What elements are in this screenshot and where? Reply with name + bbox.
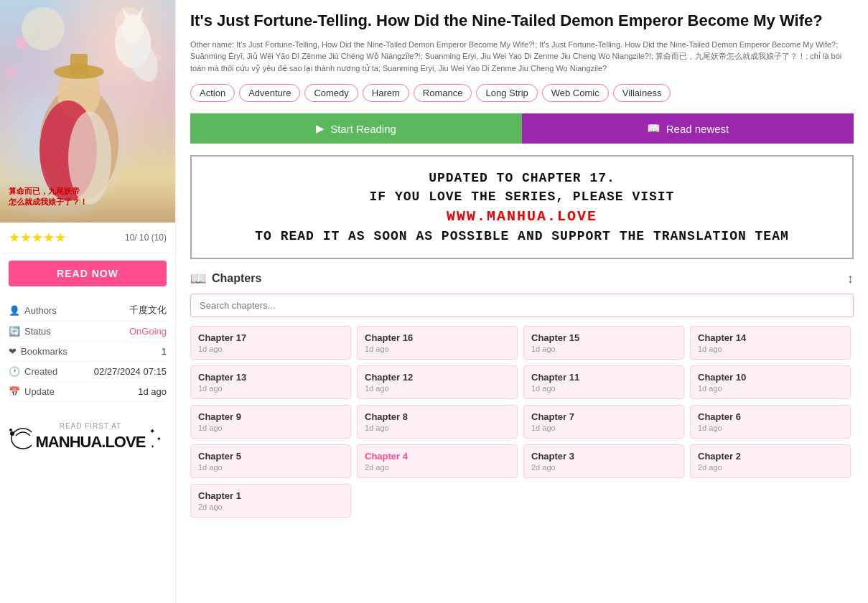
- chapter-number: Chapter 10: [698, 372, 843, 383]
- logo-icon: [9, 423, 32, 452]
- chapter-time: 1d ago: [365, 424, 510, 432]
- chapter-number: Chapter 6: [698, 411, 843, 422]
- chapter-card[interactable]: Chapter 161d ago: [357, 326, 518, 360]
- cover-image[interactable]: 算命而已，九尾妖帝 怎么就成我娘子了？！: [0, 0, 175, 223]
- svg-point-22: [9, 429, 12, 431]
- chapters-title: 📖 Chapters: [190, 271, 261, 286]
- chapter-card[interactable]: Chapter 91d ago: [190, 405, 351, 439]
- chapter-number: Chapter 13: [198, 372, 343, 383]
- chapter-time: 1d ago: [698, 384, 843, 393]
- heart-icon: ❤: [9, 346, 17, 357]
- chapter-card[interactable]: Chapter 151d ago: [523, 326, 684, 360]
- logo-brand[interactable]: MANHUA.LOVE: [36, 433, 146, 452]
- chapter-time: 1d ago: [531, 384, 676, 393]
- main-content: It's Just Fortune-Telling. How Did the N…: [176, 0, 868, 603]
- created-value: 02/27/2024 07:15: [94, 366, 167, 377]
- chapter-card[interactable]: Chapter 51d ago: [190, 444, 351, 478]
- chapter-time: 2d ago: [531, 463, 676, 472]
- authors-value[interactable]: 千度文化: [129, 304, 167, 317]
- tag-web-comic[interactable]: Web Comic: [542, 84, 609, 102]
- chapter-number: Chapter 9: [198, 411, 343, 422]
- svg-text:✦: ✦: [157, 436, 162, 442]
- tag-comedy[interactable]: Comedy: [304, 84, 358, 102]
- chapter-number: Chapter 8: [365, 411, 510, 422]
- star-rating[interactable]: ★★★★★: [9, 230, 66, 246]
- chapter-number: Chapter 1: [198, 490, 343, 501]
- chapter-number: Chapter 11: [531, 372, 676, 383]
- chapters-grid: Chapter 171d agoChapter 161d agoChapter …: [190, 326, 854, 518]
- svg-point-20: [10, 431, 14, 436]
- chapter-card[interactable]: Chapter 61d ago: [690, 405, 851, 439]
- logo-stars-decoration: ✦ ✦ ✦: [149, 423, 167, 452]
- chapter-card[interactable]: Chapter 22d ago: [690, 444, 851, 478]
- start-reading-button[interactable]: ▶ Start Reading: [190, 113, 522, 144]
- rating-row: ★★★★★ 10/ 10 (10): [0, 223, 175, 253]
- chapter-card[interactable]: Chapter 131d ago: [190, 365, 351, 399]
- update-label: 📅 Update: [9, 386, 55, 397]
- chapter-card[interactable]: Chapter 101d ago: [690, 365, 851, 399]
- chapter-time: 1d ago: [198, 463, 343, 472]
- chapter-number: Chapter 3: [531, 451, 676, 462]
- chapter-time: 1d ago: [698, 345, 843, 353]
- chapter-number: Chapter 12: [365, 372, 510, 383]
- tag-long-strip[interactable]: Long Strip: [476, 84, 537, 102]
- sidebar: 算命而已，九尾妖帝 怎么就成我娘子了？！ ★★★★★ 10/ 10 (10) R…: [0, 0, 176, 603]
- notice-line1: UPDATED TO CHAPTER 17.: [206, 171, 838, 185]
- status-value: OnGoing: [129, 326, 167, 337]
- tag-harem[interactable]: Harem: [363, 84, 409, 102]
- person-icon: 👤: [9, 305, 20, 316]
- chapter-card[interactable]: Chapter 121d ago: [357, 365, 518, 399]
- chapter-number: Chapter 7: [531, 411, 676, 422]
- chapter-card[interactable]: Chapter 81d ago: [357, 405, 518, 439]
- chapter-time: 1d ago: [198, 345, 343, 353]
- chapter-card[interactable]: Chapter 111d ago: [523, 365, 684, 399]
- sort-button[interactable]: ↕: [847, 271, 854, 286]
- chapter-number: Chapter 17: [198, 332, 343, 343]
- read-now-button[interactable]: READ NOW: [9, 261, 167, 286]
- authors-label: 👤 Authors: [9, 305, 57, 316]
- chapter-time: 1d ago: [531, 424, 676, 432]
- status-row: 🔄 Status OnGoing: [9, 322, 167, 342]
- authors-row: 👤 Authors 千度文化: [9, 299, 167, 322]
- svg-point-0: [22, 7, 65, 50]
- calendar-icon: 📅: [9, 386, 20, 397]
- tag-action[interactable]: Action: [190, 84, 235, 102]
- chapter-time: 2d ago: [198, 502, 343, 511]
- chapter-number: Chapter 4: [365, 451, 510, 462]
- sidebar-info: 👤 Authors 千度文化 🔄 Status OnGoing ❤ Bookma…: [0, 294, 175, 408]
- action-buttons: ▶ Start Reading 📖 Read newest: [190, 113, 854, 144]
- chapter-number: Chapter 14: [698, 332, 843, 343]
- chapter-number: Chapter 15: [531, 332, 676, 343]
- chapter-card[interactable]: Chapter 12d ago: [190, 484, 351, 518]
- tag-romance[interactable]: Romance: [414, 84, 472, 102]
- tag-adventure[interactable]: Adventure: [239, 84, 300, 102]
- chapter-time: 2d ago: [698, 463, 843, 472]
- play-icon: ▶: [316, 122, 325, 135]
- created-label: 🕐 Created: [9, 366, 57, 377]
- tags-container: Action Adventure Comedy Harem Romance Lo…: [190, 84, 854, 102]
- tag-villainess[interactable]: Villainess: [613, 84, 671, 102]
- read-newest-button[interactable]: 📖 Read newest: [522, 113, 854, 144]
- svg-text:✦: ✦: [151, 444, 154, 449]
- clock-icon: 🕐: [9, 366, 20, 377]
- book-icon-chapters: 📖: [190, 271, 206, 286]
- chapter-card[interactable]: Chapter 42d ago: [357, 444, 518, 478]
- manga-title: It's Just Fortune-Telling. How Did the N…: [190, 11, 854, 32]
- search-chapters-input[interactable]: [190, 294, 854, 317]
- update-row: 📅 Update 1d ago: [9, 382, 167, 402]
- sidebar-logo: READ FIRST AT MANHUA.LOVE ✦ ✦ ✦: [0, 408, 175, 459]
- svg-point-19: [11, 429, 32, 449]
- chapter-card[interactable]: Chapter 141d ago: [690, 326, 851, 360]
- chapter-card[interactable]: Chapter 32d ago: [523, 444, 684, 478]
- chapter-card[interactable]: Chapter 171d ago: [190, 326, 351, 360]
- notice-box: UPDATED TO CHAPTER 17. IF YOU LOVE THE S…: [190, 155, 854, 259]
- chapters-header: 📖 Chapters ↕: [190, 271, 854, 286]
- notice-url[interactable]: WWW.MANHUA.LOVE: [206, 208, 838, 225]
- notice-line3: TO READ IT AS SOON AS POSSIBLE AND SUPPO…: [206, 229, 838, 243]
- update-value: 1d ago: [138, 386, 167, 397]
- created-row: 🕐 Created 02/27/2024 07:15: [9, 362, 167, 382]
- chapter-time: 1d ago: [198, 384, 343, 393]
- svg-rect-14: [70, 54, 88, 75]
- chapter-card[interactable]: Chapter 71d ago: [523, 405, 684, 439]
- logo-read-first: READ FIRST AT: [36, 422, 146, 430]
